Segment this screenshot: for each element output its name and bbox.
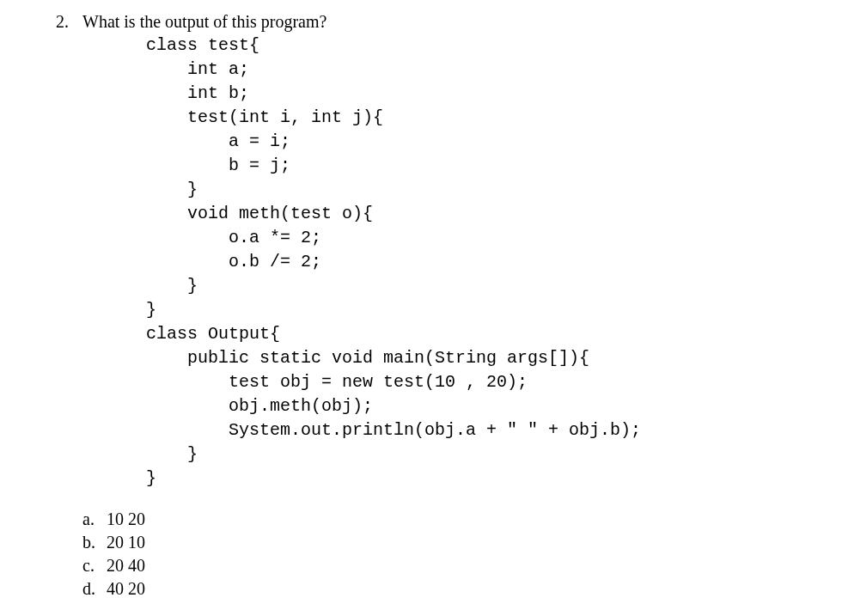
option-d: d. 40 20 xyxy=(82,577,808,601)
option-text: 10 20 xyxy=(107,508,808,531)
option-c: c. 20 40 xyxy=(82,554,808,577)
option-text: 40 20 xyxy=(107,577,808,601)
option-text: 20 10 xyxy=(107,531,808,554)
question-text: What is the output of this program? xyxy=(82,10,808,34)
question-number: 2. xyxy=(34,10,82,34)
code-block: class test{ int a; int b; test(int i, in… xyxy=(146,34,808,491)
option-a: a. 10 20 xyxy=(82,508,808,531)
option-letter: c. xyxy=(82,554,107,577)
option-letter: d. xyxy=(82,577,107,601)
option-letter: a. xyxy=(82,508,107,531)
option-b: b. 20 10 xyxy=(82,531,808,554)
option-letter: b. xyxy=(82,531,107,554)
option-text: 20 40 xyxy=(107,554,808,577)
question-row: 2. What is the output of this program? xyxy=(34,10,808,34)
options-list: a. 10 20 b. 20 10 c. 20 40 d. 40 20 xyxy=(82,508,808,601)
